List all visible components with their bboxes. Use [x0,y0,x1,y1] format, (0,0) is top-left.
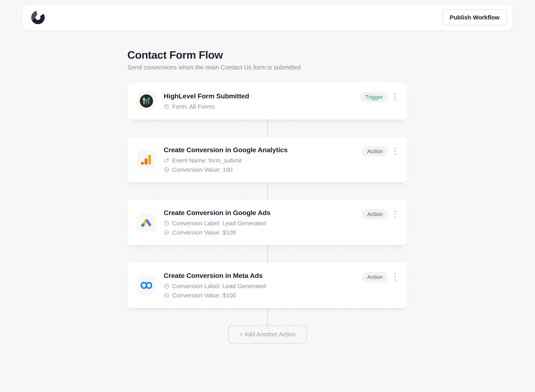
step-detail-row: ? Conversion Label: Lead Generated [164,283,266,289]
action-badge: Action [362,209,388,219]
step-controls: Action [362,272,398,282]
step-detail-row: $ Conversion Value: $100 [164,229,270,236]
svg-text:$: $ [166,168,167,171]
step-main: Create Conversion in Google Analytics Ev… [137,146,362,173]
c-logo-icon [30,10,46,25]
dollar-circle-icon: $ [164,167,169,173]
dollar-circle-icon: $ [164,293,169,298]
step-title: Create Conversion in Meta Ads [164,272,266,280]
kebab-menu-icon [394,148,396,149]
step-detail-text: Conversion Value: $100 [172,292,236,299]
question-circle-icon: ? [164,220,169,226]
google-ads-icon [137,213,156,232]
workflow-step-card-meta-ads[interactable]: Create Conversion in Meta Ads ? Conversi… [127,262,408,308]
action-badge: Action [362,146,388,157]
step-controls: Trigger [360,92,398,103]
action-badge: Action [362,272,388,282]
step-main: Create Conversion in Meta Ads ? Conversi… [137,272,362,299]
step-text: HighLevel Form Submitted Form: All Forms [164,92,249,110]
step-detail-row: Event Name: form_submit [164,157,288,164]
svg-text:?: ? [166,222,167,225]
highlevel-icon [137,92,156,110]
workflow-canvas: Contact Form Flow Send conversions when … [127,49,408,344]
step-menu-button[interactable] [392,146,398,157]
form-icon [164,104,169,109]
trigger-badge: Trigger [360,92,388,103]
svg-text:$: $ [166,294,167,297]
step-detail-text: Conversion Label: Lead Generated [172,283,266,289]
step-detail-text: Conversion Label: Lead Generated [172,220,266,227]
workflow-flow: HighLevel Form Submitted Form: All Forms [127,82,408,344]
workflow-step-card-highlevel-trigger[interactable]: HighLevel Form Submitted Form: All Forms [127,82,408,120]
kebab-menu-icon [394,93,396,95]
step-detail-text: Form: All Forms [172,103,215,110]
step-menu-button[interactable] [392,209,398,219]
step-detail-row: $ Conversion Value: $100 [164,292,266,299]
step-detail-row: $ Conversion Value: 100 [164,166,288,173]
step-main: HighLevel Form Submitted Form: All Forms [137,92,360,110]
svg-text:?: ? [166,285,167,288]
step-title: Create Conversion in Google Analytics [164,146,288,154]
workflow-builder-page: { "header": { "logo_icon": "c-logo-icon"… [0,0,535,392]
step-text: Create Conversion in Google Ads ? Conver… [164,209,270,236]
step-title: Create Conversion in Google Ads [164,209,270,217]
step-menu-button[interactable] [392,272,398,282]
page-title: Contact Form Flow [127,49,408,61]
top-bar: Publish Workflow [23,5,512,31]
svg-text:$: $ [166,231,167,234]
add-another-action-button[interactable]: + Add Another Action [228,325,307,344]
step-main: Create Conversion in Google Ads ? Conver… [137,209,362,236]
step-detail-text: Event Name: form_submit [172,157,242,164]
app-logo [30,10,46,25]
step-text: Create Conversion in Meta Ads ? Conversi… [164,272,266,299]
step-text: Create Conversion in Google Analytics Ev… [164,146,288,173]
step-detail-row: ? Conversion Label: Lead Generated [164,220,270,227]
kebab-menu-icon [394,210,396,212]
workflow-step-card-google-ads[interactable]: Create Conversion in Google Ads ? Conver… [127,199,408,245]
step-detail-row: Form: All Forms [164,103,249,110]
question-circle-icon: ? [164,283,169,289]
publish-workflow-button[interactable]: Publish Workflow [442,10,507,25]
meta-icon [137,276,156,295]
step-detail-text: Conversion Value: 100 [172,166,233,173]
step-detail-text: Conversion Value: $100 [172,229,236,236]
page-subtitle: Send conversions when the main Contact U… [127,64,408,71]
tag-icon [164,158,169,163]
google-analytics-icon [137,150,156,169]
step-controls: Action [362,146,398,157]
step-controls: Action [362,209,398,219]
dollar-circle-icon: $ [164,230,169,235]
workflow-step-card-google-analytics[interactable]: Create Conversion in Google Analytics Ev… [127,136,408,182]
step-title: HighLevel Form Submitted [164,92,249,100]
step-menu-button[interactable] [392,92,398,103]
kebab-menu-icon [394,273,396,275]
